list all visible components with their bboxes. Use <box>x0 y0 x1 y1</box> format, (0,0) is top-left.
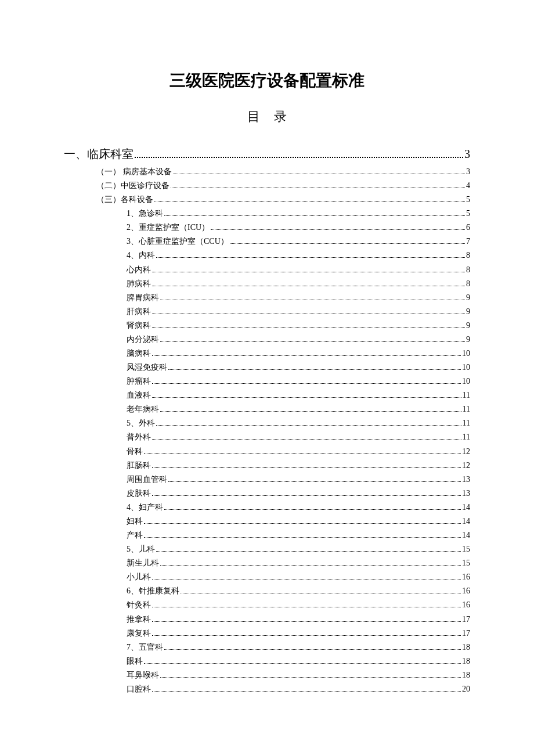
toc-leader-dots <box>230 243 465 244</box>
toc-entry[interactable]: 心内科8 <box>64 263 470 277</box>
toc-leader-dots <box>152 621 461 622</box>
toc-entry-label: 脑病科 <box>127 347 151 361</box>
toc-leader-dots <box>152 579 461 579</box>
toc-entry[interactable]: 肝病科9 <box>64 305 470 319</box>
toc-entry[interactable]: 肾病科9 <box>64 319 470 333</box>
toc-entry-label: 2、重症监护室（ICU） <box>127 221 210 235</box>
toc-entry-page: 18 <box>462 654 470 668</box>
toc-entry-label: 心内科 <box>127 263 151 277</box>
toc-entry[interactable]: 推拿科17 <box>64 613 470 627</box>
toc-entry-label: 肝病科 <box>127 305 151 319</box>
toc-entry-label: 推拿科 <box>127 613 151 627</box>
toc-leader-dots <box>135 157 463 158</box>
toc-entry[interactable]: 产科14 <box>64 528 470 542</box>
toc-entry-page: 8 <box>466 277 470 291</box>
toc-entry[interactable]: 普外科11 <box>64 430 470 444</box>
toc-entry[interactable]: 肺病科8 <box>64 277 470 291</box>
toc-leader-dots <box>160 677 461 678</box>
toc-leader-dots <box>144 663 461 664</box>
toc-leader-dots <box>152 467 461 468</box>
document-title: 三级医院医疗设备配置标准 <box>64 70 470 92</box>
toc-leader-dots <box>152 327 465 328</box>
toc-entry[interactable]: 周围血管科13 <box>64 473 470 487</box>
toc-entry[interactable]: 口腔科20 <box>64 682 470 696</box>
toc-entry-page: 15 <box>462 556 470 570</box>
toc-entry[interactable]: 一、临床科室3 <box>64 143 470 165</box>
toc-entry[interactable]: 针灸科16 <box>64 598 470 612</box>
toc-entry-page: 12 <box>462 459 470 473</box>
toc-entry-label: （三）各科设备 <box>96 193 153 207</box>
toc-entry-page: 11 <box>463 416 470 430</box>
toc-entry-page: 20 <box>462 682 470 696</box>
toc-entry[interactable]: 4、妇产科14 <box>64 501 470 514</box>
toc-entry[interactable]: 6、针推康复科16 <box>64 584 470 598</box>
toc-leader-dots <box>168 481 461 482</box>
toc-leader-dots <box>160 411 461 412</box>
toc-entry-label: 周围血管科 <box>127 473 167 487</box>
toc-entry-label: 老年病科 <box>127 402 159 416</box>
toc-leader-dots <box>152 635 461 636</box>
toc-entry[interactable]: 风湿免疫科10 <box>64 361 470 375</box>
toc-leader-dots <box>171 188 465 188</box>
toc-entry[interactable]: 老年病科11 <box>64 402 470 416</box>
toc-entry[interactable]: 内分泌科9 <box>64 333 470 347</box>
toc-entry[interactable]: 脑病科10 <box>64 347 470 361</box>
toc-entry[interactable]: 肛肠科12 <box>64 459 470 473</box>
toc-leader-dots <box>168 369 461 370</box>
toc-entry-label: 肾病科 <box>127 319 151 333</box>
toc-entry-label: 肺病科 <box>127 277 151 291</box>
toc-entry-label: 骨科 <box>127 445 143 459</box>
toc-entry-page: 10 <box>462 361 470 375</box>
toc-entry[interactable]: 肿瘤科10 <box>64 375 470 388</box>
toc-entry[interactable]: 脾胃病科9 <box>64 291 470 305</box>
toc-entry-page: 10 <box>462 347 470 361</box>
toc-entry-page: 5 <box>466 193 470 207</box>
toc-entry-label: 4、内科 <box>127 249 155 262</box>
toc-entry-page: 16 <box>462 598 470 612</box>
toc-entry-page: 14 <box>462 501 470 514</box>
table-of-contents: 一、临床科室3（一） 病房基本设备3（二）中医诊疗设备4（三）各科设备51、急诊… <box>64 143 470 696</box>
toc-entry[interactable]: （一） 病房基本设备3 <box>64 165 470 179</box>
toc-entry-label: 3、心脏重症监护室（CCU） <box>127 235 229 249</box>
toc-entry[interactable]: （三）各科设备5 <box>64 193 470 207</box>
toc-entry[interactable]: 康复科17 <box>64 627 470 640</box>
toc-entry[interactable]: 1、急诊科5 <box>64 207 470 221</box>
toc-leader-dots <box>164 509 461 510</box>
toc-entry-page: 8 <box>466 263 470 277</box>
toc-entry[interactable]: 骨科12 <box>64 445 470 459</box>
toc-leader-dots <box>152 397 461 398</box>
toc-entry-page: 7 <box>466 235 470 249</box>
toc-entry[interactable]: 皮肤科13 <box>64 487 470 501</box>
toc-entry-page: 3 <box>466 165 470 179</box>
toc-entry[interactable]: 耳鼻喉科18 <box>64 668 470 682</box>
toc-entry-label: 肛肠科 <box>127 459 151 473</box>
toc-entry-page: 14 <box>462 514 470 528</box>
toc-entry-page: 14 <box>462 528 470 542</box>
toc-entry[interactable]: 血液科11 <box>64 388 470 402</box>
toc-leader-dots <box>156 551 461 552</box>
toc-entry-label: （二）中医诊疗设备 <box>96 179 169 193</box>
toc-entry[interactable]: 新生儿科15 <box>64 556 470 570</box>
toc-leader-dots <box>156 257 465 258</box>
toc-entry[interactable]: （二）中医诊疗设备4 <box>64 179 470 193</box>
toc-entry-page: 17 <box>462 613 470 627</box>
toc-entry-label: 皮肤科 <box>127 487 151 501</box>
toc-entry[interactable]: 4、内科8 <box>64 249 470 262</box>
toc-entry-label: 7、五官科 <box>127 640 163 654</box>
toc-entry[interactable]: 5、外科11 <box>64 416 470 430</box>
toc-leader-dots <box>144 523 461 524</box>
toc-leader-dots <box>211 229 465 230</box>
toc-entry[interactable]: 妇科14 <box>64 514 470 528</box>
toc-entry-label: 一、临床科室 <box>64 143 134 165</box>
toc-entry[interactable]: 3、心脏重症监护室（CCU）7 <box>64 235 470 249</box>
toc-leader-dots <box>173 174 466 174</box>
toc-entry-label: 眼科 <box>127 654 143 668</box>
toc-leader-dots <box>152 272 465 272</box>
toc-entry[interactable]: 5、儿科15 <box>64 542 470 556</box>
toc-entry[interactable]: 眼科18 <box>64 654 470 668</box>
toc-entry[interactable]: 7、五官科18 <box>64 640 470 654</box>
toc-entry[interactable]: 2、重症监护室（ICU）6 <box>64 221 470 235</box>
toc-entry[interactable]: 小儿科16 <box>64 570 470 584</box>
toc-entry-label: 1、急诊科 <box>127 207 163 221</box>
toc-entry-label: 内分泌科 <box>127 333 159 347</box>
